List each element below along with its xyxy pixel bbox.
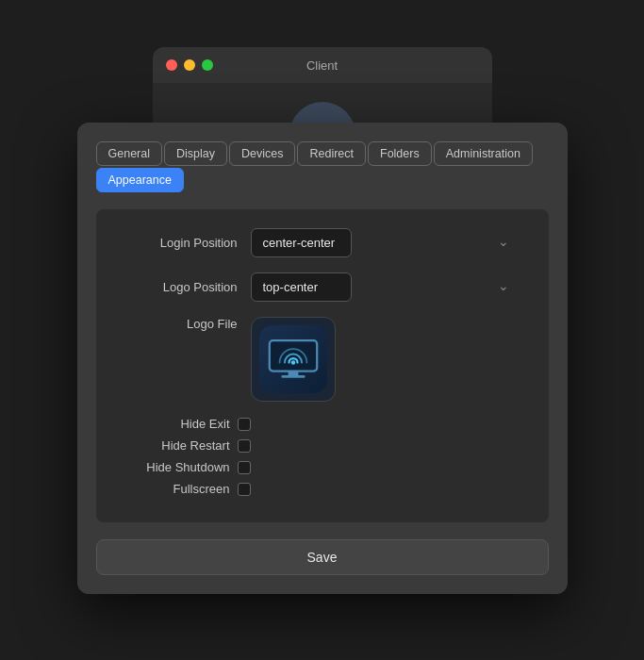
tab-administration[interactable]: Administration: [434, 141, 533, 166]
window-title: Client: [306, 58, 338, 73]
logo-file-preview[interactable]: [251, 317, 336, 402]
hide-shutdown-row: Hide Shutdown: [124, 460, 520, 474]
logo-position-row: Logo Position top-center top-left top-ri…: [124, 272, 520, 302]
main-window: Client ⚙ ⊗ ↺ ⏻ General Display Devices R…: [77, 85, 568, 594]
hide-exit-checkbox[interactable]: [238, 418, 251, 431]
login-position-select[interactable]: center-center top-left top-center top-ri…: [251, 228, 352, 257]
settings-content: Login Position center-center top-left to…: [96, 209, 549, 522]
settings-dialog: General Display Devices Redirect Folders…: [77, 123, 568, 594]
tab-appearance[interactable]: Appearance: [96, 168, 184, 192]
tab-redirect[interactable]: Redirect: [297, 141, 366, 166]
svg-rect-3: [269, 340, 316, 371]
hide-exit-label: Hide Exit: [124, 417, 230, 431]
tab-general[interactable]: General: [96, 141, 162, 166]
logo-file-label: Logo File: [124, 317, 238, 331]
save-button[interactable]: Save: [96, 539, 549, 575]
tab-display[interactable]: Display: [164, 141, 227, 166]
close-button[interactable]: [166, 59, 177, 71]
hide-shutdown-checkbox[interactable]: [238, 461, 251, 474]
fullscreen-button[interactable]: [202, 59, 213, 71]
hide-shutdown-label: Hide Shutdown: [124, 460, 230, 474]
login-position-select-wrapper: center-center top-left top-center top-ri…: [251, 228, 520, 257]
logo-position-select[interactable]: top-center top-left top-right center-cen…: [251, 272, 352, 302]
app-icon-svg: [259, 325, 327, 393]
logo-position-select-wrapper: top-center top-left top-right center-cen…: [251, 272, 520, 302]
login-position-label: Login Position: [124, 236, 238, 250]
fullscreen-checkbox[interactable]: [238, 483, 251, 496]
logo-file-row: Logo File: [124, 317, 520, 402]
tab-devices[interactable]: Devices: [229, 141, 295, 166]
checkboxes-group: Hide Exit Hide Restart Hide Shutdown Ful…: [124, 417, 520, 496]
hide-restart-checkbox[interactable]: [238, 439, 251, 453]
logo-position-label: Logo Position: [124, 280, 238, 294]
svg-point-6: [290, 360, 295, 365]
bg-titlebar: Client: [153, 47, 492, 83]
fullscreen-row: Fullscreen: [124, 482, 520, 496]
fullscreen-label: Fullscreen: [124, 482, 230, 496]
login-position-row: Login Position center-center top-left to…: [124, 228, 520, 257]
tab-bar: General Display Devices Redirect Folders…: [96, 141, 549, 192]
svg-rect-5: [281, 375, 305, 378]
hide-exit-row: Hide Exit: [124, 417, 520, 431]
hide-restart-row: Hide Restart: [124, 438, 520, 453]
minimize-button[interactable]: [184, 59, 195, 71]
hide-restart-label: Hide Restart: [124, 438, 230, 453]
tab-folders[interactable]: Folders: [368, 141, 432, 166]
